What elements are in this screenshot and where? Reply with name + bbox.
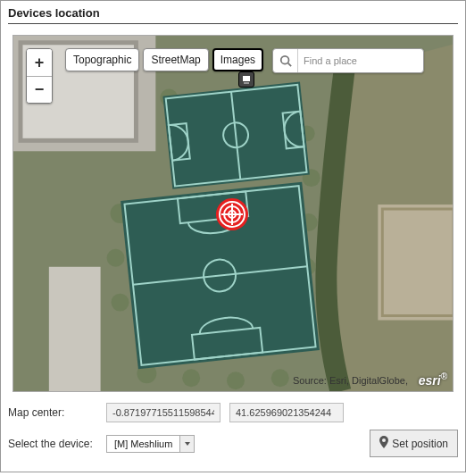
satellite-imagery bbox=[13, 36, 453, 391]
svg-point-43 bbox=[382, 438, 386, 442]
svg-rect-6 bbox=[378, 205, 453, 320]
svg-point-34 bbox=[245, 82, 247, 84]
map-canvas[interactable]: + − Topographic StreetMap Images bbox=[12, 35, 454, 392]
chevron-down-icon[interactable] bbox=[179, 436, 194, 452]
svg-point-11 bbox=[112, 294, 129, 312]
set-position-label: Set position bbox=[392, 438, 448, 450]
svg-rect-4 bbox=[49, 267, 101, 391]
map-center-lon[interactable] bbox=[106, 403, 221, 422]
device-select[interactable]: [M] Meshlium bbox=[106, 435, 195, 453]
svg-point-18 bbox=[227, 372, 245, 389]
basemap-tab-images[interactable]: Images bbox=[212, 48, 263, 71]
esri-logo: esri® bbox=[419, 372, 447, 388]
device-select-value: [M] Meshlium bbox=[107, 436, 179, 452]
svg-point-35 bbox=[247, 82, 249, 84]
svg-point-19 bbox=[271, 369, 289, 387]
map-attribution: Source: Esri, DigitalGlobe, bbox=[293, 375, 408, 386]
svg-point-10 bbox=[107, 249, 125, 267]
drag-handle-icon[interactable] bbox=[238, 71, 254, 88]
basemap-switcher: Topographic StreetMap Images bbox=[65, 48, 263, 71]
svg-point-17 bbox=[182, 369, 200, 387]
device-select-label: Select the device: bbox=[8, 438, 97, 450]
place-search-input[interactable] bbox=[298, 52, 423, 70]
map-center-label: Map center: bbox=[8, 406, 97, 419]
panel-title: Devices location bbox=[8, 4, 458, 24]
pin-icon bbox=[379, 436, 388, 451]
place-search bbox=[272, 48, 424, 73]
map-form: Map center: Select the device: [M] Meshl… bbox=[8, 403, 458, 457]
basemap-tab-topographic[interactable]: Topographic bbox=[65, 48, 139, 71]
search-icon[interactable] bbox=[273, 49, 298, 72]
basemap-tab-streetmap[interactable]: StreetMap bbox=[143, 48, 208, 71]
set-position-button[interactable]: Set position bbox=[370, 430, 458, 457]
zoom-out-button[interactable]: − bbox=[27, 76, 52, 103]
zoom-control: + − bbox=[26, 48, 53, 104]
zoom-in-button[interactable]: + bbox=[27, 49, 52, 76]
svg-point-33 bbox=[244, 82, 245, 84]
devices-location-panel: Devices location bbox=[0, 0, 466, 472]
map-center-lat[interactable] bbox=[229, 403, 344, 422]
svg-point-36 bbox=[280, 56, 288, 64]
svg-line-37 bbox=[287, 63, 291, 67]
svg-rect-32 bbox=[243, 76, 250, 81]
